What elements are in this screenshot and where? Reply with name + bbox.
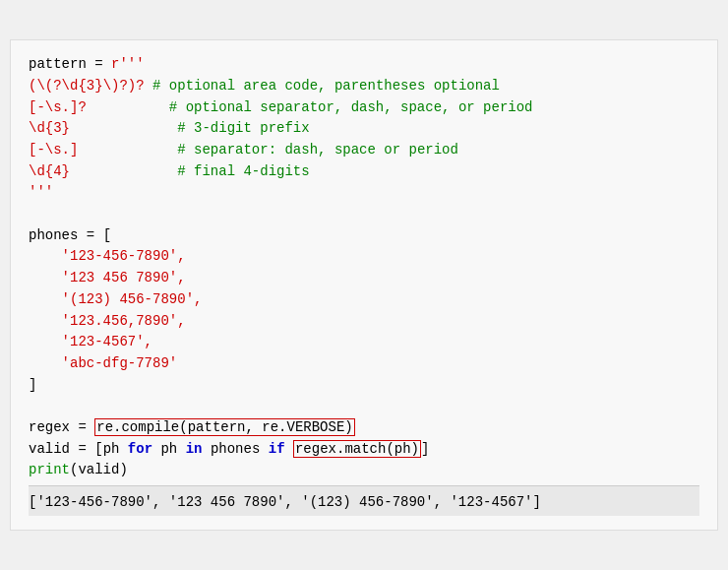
phones-line-6: '123-4567', bbox=[29, 332, 699, 353]
phones-line-1: phones = [ bbox=[29, 225, 699, 247]
regex-line: regex = re.compile(pattern, re.VERBOSE) bbox=[29, 417, 699, 439]
line-1: pattern = r''' bbox=[29, 54, 699, 76]
regex-block: regex = re.compile(pattern, re.VERBOSE) … bbox=[29, 417, 699, 481]
line-5: [-\s.] # separator: dash, space or perio… bbox=[29, 140, 699, 161]
phones-block: phones = [ '123-456-7890', '123 456 7890… bbox=[29, 225, 699, 397]
phones-line-4: '(123) 456-7890', bbox=[29, 289, 699, 311]
phones-line-2: '123-456-7890', bbox=[29, 246, 699, 268]
regex-match-highlight: regex.match(ph) bbox=[293, 440, 421, 458]
line-4: \d{3} # 3-digit prefix bbox=[29, 118, 699, 140]
valid-line: valid = [ph for ph in phones if regex.ma… bbox=[29, 439, 699, 461]
line-2: (\(?\d{3}\)?)? # optional area code, par… bbox=[29, 76, 699, 97]
print-line: print(valid) bbox=[29, 460, 699, 481]
output-block: ['123-456-7890', '123 456 7890', '(123) … bbox=[29, 485, 699, 516]
output-line: ['123-456-7890', '123 456 7890', '(123) … bbox=[29, 492, 699, 514]
phones-line-7: 'abc-dfg-7789' bbox=[29, 353, 699, 375]
phones-line-8: ] bbox=[29, 375, 699, 397]
code-editor: pattern = r''' (\(?\d{3}\)?)? # optional… bbox=[10, 39, 718, 530]
empty-2 bbox=[29, 396, 699, 417]
phones-line-3: '123 456 7890', bbox=[29, 268, 699, 289]
line-3: [-\s.]? # optional separator, dash, spac… bbox=[29, 97, 699, 119]
empty-1 bbox=[29, 204, 699, 225]
regex-compile-highlight: re.compile(pattern, re.VERBOSE) bbox=[94, 418, 355, 436]
phones-line-5: '123.456,7890', bbox=[29, 311, 699, 333]
line-7: ''' bbox=[29, 182, 699, 204]
line-6: \d{4} # final 4-digits bbox=[29, 161, 699, 183]
pattern-block: pattern = r''' (\(?\d{3}\)?)? # optional… bbox=[29, 54, 699, 204]
